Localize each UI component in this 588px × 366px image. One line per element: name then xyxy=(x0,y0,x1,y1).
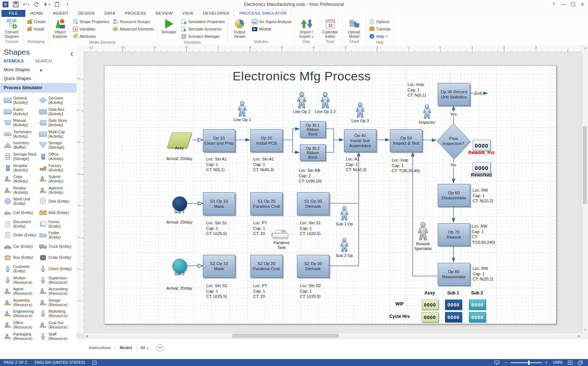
stencil-item-staff[interactable]: Staff(Resource) xyxy=(37,331,73,342)
process-node-op-70[interactable]: Op 70Rework xyxy=(438,223,470,246)
stencil-item-mail-entity-[interactable]: Mail (Entity) xyxy=(37,207,73,218)
page-tab-instructions[interactable]: Instructions xyxy=(85,344,115,351)
stencil-item-review[interactable]: Review(Activity) xyxy=(2,185,37,196)
stencil-item-office[interactable]: Office(Resource) xyxy=(2,319,37,330)
stencil-item-general[interactable]: General[Activity] xyxy=(2,95,37,106)
ribbon-tab-process[interactable]: PROCESS xyxy=(120,10,151,17)
options-button[interactable]: Options xyxy=(368,18,392,25)
output-viewer-button[interactable]: OutputViewer xyxy=(229,18,250,39)
stencil-item-hospital[interactable]: Hospital(Activity) xyxy=(2,162,37,173)
person-sub-1-op[interactable] xyxy=(339,205,349,223)
process-node-s2-op-20[interactable]: S2 Op 20Paralene Coat xyxy=(250,255,283,278)
stencil-item-call-entity-[interactable]: Call (Entity) xyxy=(2,207,37,218)
ribbon-tab-review[interactable]: REVIEW xyxy=(151,10,178,17)
simulate-button[interactable]: Simulate xyxy=(158,18,179,35)
pointer-icon[interactable]: ▾ xyxy=(43,1,50,8)
zoom-thumb[interactable] xyxy=(528,360,530,365)
ribbon-tab-view[interactable]: VIEW xyxy=(178,10,198,17)
horizontal-scrollbar[interactable]: ◀ ▶ xyxy=(84,333,582,339)
import-export-button[interactable]: Import /Export ▾ xyxy=(296,18,317,39)
vertical-scrollbar[interactable]: ▲ ▼ xyxy=(582,45,588,333)
all-pages-dropdown[interactable]: All▲ xyxy=(137,344,153,351)
ribbon-tab-process-simulator[interactable]: PROCESS SIMULATOR xyxy=(234,10,292,17)
redo-icon[interactable] xyxy=(33,1,40,8)
process-node-s1-op-10[interactable]: S1 Op 10Mask xyxy=(203,192,235,215)
stencil-item-disk-entity-[interactable]: Disk (Entity) xyxy=(37,196,73,207)
scroll-up-icon[interactable]: ▲ xyxy=(582,45,588,51)
person-line-op-2[interactable] xyxy=(296,91,308,110)
stencil-item-folder[interactable]: Folder(Entity) xyxy=(37,229,73,240)
visio-logo-icon[interactable]: V xyxy=(2,1,9,8)
process-node-op-30-1[interactable]: Op 30-1RibbonBond xyxy=(300,121,326,138)
stencil-item-design[interactable]: Design(Resource) xyxy=(37,297,73,308)
stencil-item-storage-rack[interactable]: Storage Rack[Storage] xyxy=(2,151,37,162)
decision-pass-inspection[interactable]: PassInspection? xyxy=(443,136,465,146)
create-button[interactable]: Create xyxy=(25,18,47,25)
person-inspector[interactable] xyxy=(422,104,432,121)
ribbon-tab-design[interactable]: DESIGN xyxy=(74,10,100,17)
person-line-op-3[interactable] xyxy=(355,102,366,120)
stencil-item-assembly[interactable]: Assembly(Resource) xyxy=(2,297,37,308)
stencil-item-multi-cap[interactable]: Multi-Cap[Activity] xyxy=(37,128,73,139)
process-node-s2-op-30[interactable]: S2 Op 30Demask xyxy=(297,255,329,278)
quick-shapes[interactable]: Quick Shapes xyxy=(0,74,76,83)
stencil-item-data-store[interactable]: Data Store[Activity] xyxy=(37,117,73,128)
process-node-op-60[interactable]: Op 60Disassemble xyxy=(438,184,470,207)
chevron-left-icon[interactable]: ❮ xyxy=(70,51,74,56)
stencil-item-client-entity-[interactable]: Client (Entity) xyxy=(37,263,73,274)
fit-page-icon[interactable] xyxy=(568,360,573,365)
stencil-item-data-box[interactable]: Data Box[Activity] xyxy=(37,106,73,117)
stencil-item-office[interactable]: Office(Activity) xyxy=(37,151,73,162)
zoom-track[interactable] xyxy=(510,362,542,363)
simulate-scenarios-button[interactable]: Simulate Scenarios xyxy=(179,25,226,33)
stencil-item-submit[interactable]: Submit(Activity) xyxy=(37,173,73,184)
stencil-item-supervisor[interactable]: Supervisor(Resource) xyxy=(37,275,73,286)
zoom-out-icon[interactable]: − xyxy=(505,361,508,365)
process-node-op-80[interactable]: Op 80Reassemble xyxy=(438,263,470,286)
stencil-header-process-simulator[interactable]: Process Simulator xyxy=(0,83,76,93)
object-explorer-button[interactable]: ObjectExplorer xyxy=(50,18,71,39)
stencil-item-factory[interactable]: Factory(Activity) xyxy=(37,162,73,173)
upload-model-button[interactable]: UploadModel xyxy=(344,18,365,39)
close-icon[interactable]: ✕ xyxy=(578,0,587,9)
resource-groups-button[interactable]: Resource Groups xyxy=(111,18,155,25)
zoom-slider[interactable]: − + xyxy=(505,361,548,365)
stencil-item-accounting[interactable]: Accounting(Resource) xyxy=(37,286,73,297)
stencil-item-work-unit[interactable]: Work Unit(Entity) xyxy=(2,196,37,207)
save-icon[interactable] xyxy=(12,1,19,8)
maximize-icon[interactable] xyxy=(568,0,578,9)
stencil-item-terminator[interactable]: Terminator[Activity] xyxy=(2,128,37,139)
presenter-icon[interactable] xyxy=(494,360,499,365)
stencil-item-forms[interactable]: Forms(Entity) xyxy=(37,218,73,229)
process-node-op-10[interactable]: Op 10Clean and Prep xyxy=(203,129,235,152)
ribbon-tab-developer[interactable]: DEVELOPER xyxy=(198,10,234,17)
minitab-button[interactable]: Minitab xyxy=(250,25,293,33)
stencil-item-manual[interactable]: Manual[Activity] xyxy=(2,117,37,128)
rework-pct-databox[interactable]: 0000 xyxy=(473,140,491,151)
ribbon-tab-insert[interactable]: INSERT xyxy=(48,10,73,17)
person-rework-specialist[interactable] xyxy=(416,221,430,243)
attributes-button[interactable]: Attributes xyxy=(71,33,111,40)
stencil-item-event[interactable]: Event[Activity] xyxy=(2,106,37,117)
macro-icon[interactable] xyxy=(89,360,100,365)
more-shapes[interactable]: More Shapes▶ xyxy=(0,65,76,74)
undo-icon[interactable]: ▾ xyxy=(23,1,29,8)
stencil-item-car-entity-[interactable]: Car (Entity) xyxy=(2,241,37,252)
process-node-op-30-2[interactable]: Op 30-2RibbonBond xyxy=(300,144,326,161)
cyclehrs-sub2-databox[interactable]: 0000 xyxy=(469,312,486,322)
scenario-manager-button[interactable]: Scenario Manager xyxy=(179,33,226,40)
stencil-item-storage[interactable]: Storage[Storage] xyxy=(37,139,73,151)
stencil-item-packaging[interactable]: Packaging(Resource) xyxy=(2,331,37,342)
scroll-left-icon[interactable]: ◀ xyxy=(84,333,90,339)
process-node-op-20[interactable]: Op 20Install PCB xyxy=(250,129,283,152)
scroll-down-icon[interactable]: ▼ xyxy=(582,327,588,333)
stencil-item-agent[interactable]: Agent(Resource) xyxy=(2,286,37,297)
ribbon-tab-home[interactable]: HOME xyxy=(25,10,48,17)
person-sub-2-op[interactable] xyxy=(339,237,349,254)
stencil-item-decision[interactable]: Decision[Activity] xyxy=(37,95,73,106)
person-line-op-2-2[interactable] xyxy=(319,91,331,110)
process-node-s2-op-10[interactable]: S2 Op 10Mask xyxy=(203,255,235,278)
help-button[interactable]: ?Help▾ xyxy=(368,33,392,40)
minimize-icon[interactable]: — xyxy=(559,0,568,9)
drawing-page[interactable]: PassInspection?Op 10Clean and PrepOp 20I… xyxy=(104,65,556,324)
